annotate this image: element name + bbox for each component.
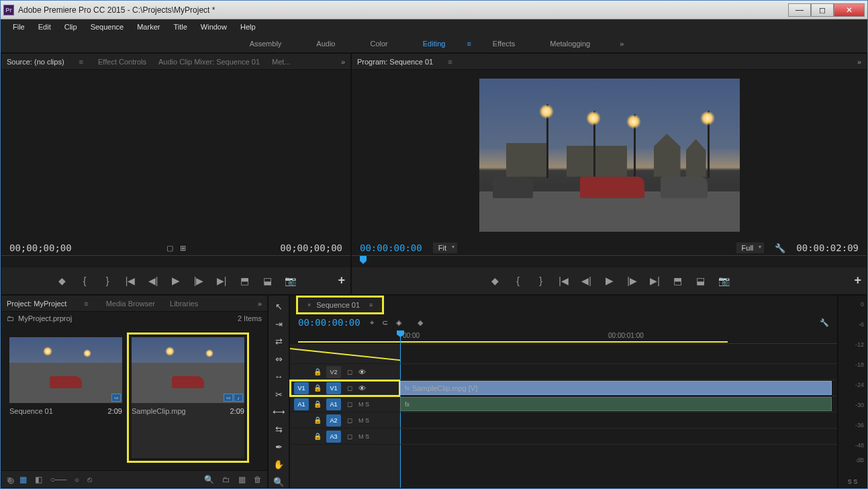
tab-effect-controls[interactable]: Effect Controls <box>98 58 146 66</box>
menu-title[interactable]: Title <box>166 21 193 33</box>
workspace-audio[interactable]: Audio <box>299 36 352 52</box>
insert-icon[interactable]: ⬒ <box>239 275 250 286</box>
go-to-out-icon[interactable]: ▶| <box>650 275 661 286</box>
menu-window[interactable]: Window <box>194 21 234 33</box>
lock-icon[interactable]: 🔒 <box>313 416 322 424</box>
track-header-a3[interactable]: 🔒 A3 ◻ M S <box>290 429 400 445</box>
program-timecode-in[interactable]: 00:00:00:00 <box>360 242 422 253</box>
workspace-effects[interactable]: Effects <box>475 36 532 52</box>
pen-tool-icon[interactable]: ✒ <box>273 442 285 453</box>
tab-project[interactable]: Project: MyProject <box>7 300 66 308</box>
menu-marker[interactable]: Marker <box>130 21 166 33</box>
resolution-select[interactable]: Full <box>736 242 765 253</box>
close-button[interactable]: ✕ <box>834 3 865 17</box>
linked-selection-icon[interactable]: ⊂ <box>382 318 388 327</box>
creative-cloud-icon[interactable]: ⊚ <box>7 476 15 486</box>
project-panel-menu-icon[interactable]: ≡ <box>81 300 91 308</box>
source-time-ruler[interactable] <box>1 255 350 267</box>
source-patch-v1[interactable]: V1 <box>294 382 309 394</box>
source-panel-menu-icon[interactable]: ≡ <box>77 58 86 66</box>
trash-icon[interactable]: 🗑 <box>254 475 262 484</box>
track-a3-label[interactable]: A3 <box>326 431 341 443</box>
toggle-output-icon[interactable]: ◻ <box>345 433 354 440</box>
source-patch-a1[interactable]: A1 <box>294 398 309 410</box>
track-header-v1[interactable]: V1 🔒 V1 ◻ 👁 <box>290 380 400 396</box>
workspace-assembly[interactable]: Assembly <box>232 36 299 52</box>
snap-icon[interactable]: ⌖ <box>370 318 374 327</box>
source-settings-icon[interactable]: ⊞ <box>180 244 186 253</box>
toggle-output-icon[interactable]: ◻ <box>345 416 354 424</box>
button-editor-icon[interactable]: + <box>854 273 861 287</box>
workspace-overflow[interactable]: » <box>608 36 636 52</box>
mark-in-icon[interactable]: { <box>513 275 524 286</box>
bin-item-clip[interactable]: ▭♪ SampleClip.mpg2:09 <box>132 337 244 458</box>
source-overflow[interactable]: » <box>341 58 345 66</box>
project-overflow[interactable]: » <box>258 300 262 308</box>
new-bin-icon[interactable]: 🗀 <box>222 475 230 484</box>
bin-item-sequence[interactable]: ▭ Sequence 012:09 <box>9 337 122 458</box>
track-a3-row[interactable] <box>400 429 837 445</box>
step-forward-icon[interactable]: |▶ <box>627 275 638 286</box>
play-icon[interactable]: ▶ <box>171 275 181 287</box>
program-panel-menu-icon[interactable]: ≡ <box>445 58 454 66</box>
tab-source[interactable]: Source: (no clips) <box>7 58 64 66</box>
hand-tool-icon[interactable]: ✋ <box>273 459 285 470</box>
menu-file[interactable]: File <box>6 21 32 33</box>
export-frame-icon[interactable]: 📷 <box>285 275 295 286</box>
track-select-forward-icon[interactable]: ⇥ <box>273 318 285 329</box>
menu-sequence[interactable]: Sequence <box>84 21 131 33</box>
mark-out-icon[interactable]: } <box>102 275 113 286</box>
eye-icon[interactable]: 👁 <box>358 368 366 376</box>
mark-out-icon[interactable]: } <box>536 275 546 286</box>
lift-icon[interactable]: ⬒ <box>673 275 683 286</box>
sequence-tab[interactable]: × Sequence 01 ≡ <box>298 298 382 312</box>
find-icon[interactable]: 🔍 <box>204 475 214 484</box>
zoom-slider[interactable]: ○── <box>50 475 66 484</box>
slide-tool-icon[interactable]: ⇆ <box>273 424 285 435</box>
workspace-editing[interactable]: Editing <box>405 36 463 52</box>
razor-tool-icon[interactable]: ✂ <box>273 389 285 400</box>
add-marker-icon[interactable]: ◆ <box>490 275 501 286</box>
track-a1-label[interactable]: A1 <box>326 398 341 410</box>
minimize-button[interactable]: — <box>788 3 811 17</box>
mute-solo[interactable]: M S <box>358 417 369 424</box>
go-to-in-icon[interactable]: |◀ <box>559 275 569 286</box>
track-v2-label[interactable]: V2 <box>326 366 341 378</box>
track-a1-row[interactable]: fx <box>400 396 837 412</box>
play-icon[interactable]: ▶ <box>604 275 615 287</box>
lock-icon[interactable]: 🔒 <box>313 368 322 375</box>
go-to-out-icon[interactable]: ▶| <box>216 275 227 286</box>
extract-icon[interactable]: ⬓ <box>695 275 706 286</box>
rolling-edit-icon[interactable]: ⇔ <box>273 354 285 365</box>
track-v1-label[interactable]: V1 <box>326 382 341 394</box>
mute-solo[interactable]: M S <box>358 401 369 408</box>
lock-icon[interactable]: 🔒 <box>313 400 322 408</box>
lock-icon[interactable]: 🔒 <box>313 433 322 440</box>
new-item-icon[interactable]: ▦ <box>238 475 246 484</box>
track-a2-row[interactable] <box>400 412 837 429</box>
sequence-menu-icon[interactable]: ≡ <box>369 302 373 308</box>
zoom-level-select[interactable]: Fit <box>433 242 457 253</box>
go-to-in-icon[interactable]: |◀ <box>125 275 136 286</box>
tab-audio-clip-mixer[interactable]: Audio Clip Mixer: Sequence 01 <box>158 58 260 66</box>
menu-help[interactable]: Help <box>234 21 262 33</box>
video-clip[interactable]: fxSampleClip.mpg [V] <box>400 381 832 395</box>
settings-icon[interactable]: 🔧 <box>775 243 785 253</box>
track-header-a2[interactable]: 🔒 A2 ◻ M S <box>290 412 400 429</box>
toggle-output-icon[interactable]: ◻ <box>345 400 354 408</box>
add-marker-icon[interactable]: ◈ <box>396 318 401 327</box>
program-time-ruler[interactable] <box>352 255 867 267</box>
tab-program[interactable]: Program: Sequence 01 <box>357 58 433 66</box>
workspace-color[interactable]: Color <box>352 36 405 52</box>
source-timecode-in[interactable]: 00;00;00;00 <box>9 242 72 253</box>
program-playhead[interactable] <box>360 256 367 264</box>
timeline-markers-icon[interactable]: ◆ <box>418 318 423 327</box>
track-header-v2[interactable]: 🔒 V2 ◻ 👁 <box>290 364 400 380</box>
toggle-output-icon[interactable]: ◻ <box>345 368 354 375</box>
add-marker-icon[interactable]: ◆ <box>56 275 67 286</box>
timeline-timecode[interactable]: 00:00:00:00 <box>298 317 360 328</box>
mark-in-icon[interactable]: { <box>79 275 90 286</box>
solo-buttons[interactable]: S S <box>838 478 867 485</box>
program-overflow[interactable]: » <box>857 58 861 66</box>
export-frame-icon[interactable]: 📷 <box>718 275 729 286</box>
